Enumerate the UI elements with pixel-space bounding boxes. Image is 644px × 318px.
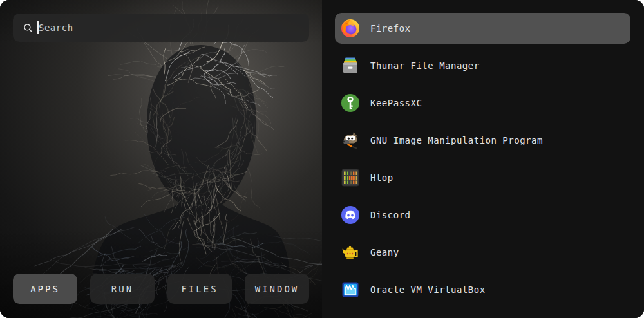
- discord-icon: [340, 205, 361, 225]
- search-input-wrap: [37, 14, 309, 42]
- app-item-htop[interactable]: Htop: [335, 162, 630, 193]
- app-item-label: Discord: [370, 210, 411, 220]
- tab-label: FILES: [181, 284, 218, 294]
- app-item-label: Geany: [370, 247, 399, 257]
- app-item-label: KeePassXC: [370, 98, 422, 108]
- app-launcher-window: APPS RUN FILES WINDOW Firefox Thunar Fil…: [0, 0, 644, 318]
- app-item-label: Firefox: [370, 23, 411, 33]
- htop-icon: [340, 167, 361, 188]
- app-item-gnu-image-manipulation-program[interactable]: GNU Image Manipulation Program: [335, 125, 630, 156]
- tab-label: RUN: [111, 284, 133, 294]
- thunar-icon: [340, 55, 361, 76]
- tab-run[interactable]: RUN: [90, 274, 155, 304]
- search-icon: [23, 23, 33, 33]
- app-item-label: Htop: [370, 173, 393, 183]
- tab-apps[interactable]: APPS: [13, 274, 77, 304]
- app-item-firefox[interactable]: Firefox: [335, 13, 630, 44]
- app-list: Firefox Thunar File Manager KeePassXC GN…: [322, 0, 644, 318]
- search-bar[interactable]: [13, 14, 309, 42]
- firefox-icon: [340, 18, 361, 39]
- virtualbox-icon: [340, 279, 361, 300]
- app-item-geany[interactable]: Geany: [335, 237, 630, 268]
- launcher-left-pane: APPS RUN FILES WINDOW: [0, 0, 322, 318]
- wallpaper-bust-image: [0, 0, 322, 318]
- search-input[interactable]: [37, 14, 309, 42]
- geany-icon: [340, 242, 361, 263]
- app-item-oracle-vm-virtualbox[interactable]: Oracle VM VirtualBox: [335, 274, 630, 305]
- gimp-icon: [340, 130, 361, 151]
- app-item-thunar-file-manager[interactable]: Thunar File Manager: [335, 50, 630, 81]
- app-item-label: Oracle VM VirtualBox: [370, 285, 486, 295]
- app-item-label: GNU Image Manipulation Program: [370, 135, 543, 145]
- keepassxc-icon: [340, 93, 361, 113]
- tab-files[interactable]: FILES: [167, 274, 232, 304]
- tab-label: APPS: [30, 284, 60, 294]
- app-item-label: Thunar File Manager: [370, 61, 480, 71]
- app-item-discord[interactable]: Discord: [335, 200, 630, 230]
- tab-label: WINDOW: [255, 284, 299, 294]
- tab-window[interactable]: WINDOW: [245, 274, 309, 304]
- mode-tab-bar: APPS RUN FILES WINDOW: [13, 274, 309, 304]
- app-item-keepassxc[interactable]: KeePassXC: [335, 88, 630, 118]
- text-caret: [37, 21, 39, 34]
